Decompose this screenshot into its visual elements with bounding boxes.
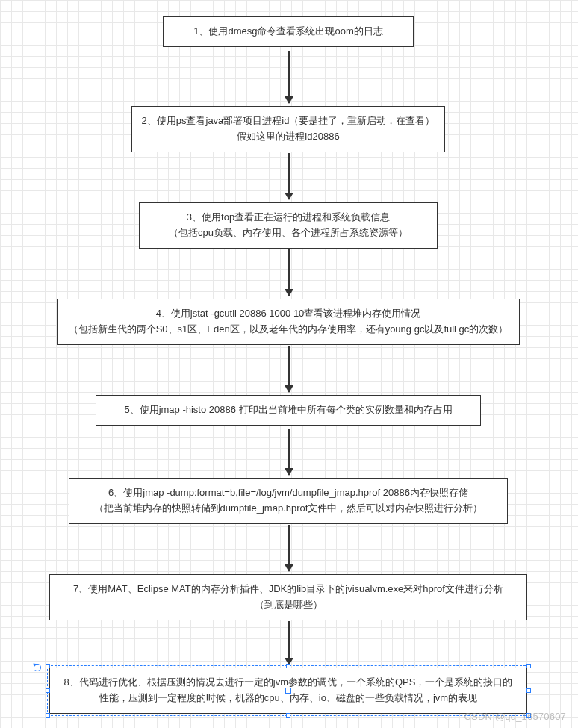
node-text: 假如这里的进程id20886 bbox=[237, 129, 339, 145]
resize-handle-icon[interactable] bbox=[46, 664, 50, 668]
resize-handle-icon[interactable] bbox=[526, 688, 531, 693]
flow-node-8[interactable]: 8、代码进行优化、根据压测的情况去进行一定的jvm参数的调优，一个系统的QPS，… bbox=[49, 668, 527, 714]
flow-arrow bbox=[288, 346, 290, 392]
node-text: 6、使用jmap -dump:format=b,file=/log/jvm/du… bbox=[108, 485, 468, 501]
flow-node-1[interactable]: 1、使用dmesg命令查看系统出现oom的日志 bbox=[163, 16, 414, 47]
resize-handle-icon[interactable] bbox=[46, 688, 50, 693]
flow-node-2[interactable]: 2、使用ps查看java部署项目进程id（要是挂了，重新启动，在查看） 假如这里… bbox=[131, 106, 445, 152]
flow-node-7[interactable]: 7、使用MAT、Eclipse MAT的内存分析插件、JDK的lib目录下的jv… bbox=[49, 574, 527, 620]
rotate-handle-icon[interactable] bbox=[34, 664, 41, 671]
node-text: 7、使用MAT、Eclipse MAT的内存分析插件、JDK的lib目录下的jv… bbox=[73, 582, 503, 597]
node-text: 1、使用dmesg命令查看系统出现oom的日志 bbox=[193, 24, 383, 40]
node-text: 2、使用ps查看java部署项目进程id（要是挂了，重新启动，在查看） bbox=[142, 113, 435, 129]
resize-handle-icon[interactable] bbox=[286, 713, 290, 718]
flow-arrow bbox=[288, 525, 290, 571]
node-text: 4、使用jstat -gcutil 20886 1000 10查看该进程堆内存使… bbox=[156, 306, 421, 322]
node-text: 3、使用top查看正在运行的进程和系统负载信息 bbox=[187, 210, 390, 225]
watermark-text: CSDN @qq_16570607 bbox=[464, 711, 566, 722]
node-text: （包括cpu负载、内存使用、各个进程所占系统资源等） bbox=[169, 225, 408, 241]
node-text: （到底是哪些） bbox=[255, 597, 323, 613]
node-text: 5、使用jmap -histo 20886 打印出当前堆中所有每个类的实例数量和… bbox=[124, 402, 452, 418]
flow-node-6[interactable]: 6、使用jmap -dump:format=b,file=/log/jvm/du… bbox=[69, 478, 508, 524]
flow-node-4[interactable]: 4、使用jstat -gcutil 20886 1000 10查看该进程堆内存使… bbox=[57, 299, 520, 345]
resize-handle-icon[interactable] bbox=[286, 664, 290, 668]
flowchart-container: 1、使用dmesg命令查看系统出现oom的日志 2、使用ps查看java部署项目… bbox=[0, 0, 578, 728]
flow-node-5[interactable]: 5、使用jmap -histo 20886 打印出当前堆中所有每个类的实例数量和… bbox=[96, 395, 481, 426]
node-text: 8、代码进行优化、根据压测的情况去进行一定的jvm参数的调优，一个系统的QPS，… bbox=[64, 675, 513, 691]
flow-arrow bbox=[288, 249, 290, 296]
node-text: （包括新生代的两个S0、s1区、Eden区，以及老年代的内存使用率，还有youn… bbox=[69, 322, 509, 337]
flow-arrow bbox=[288, 153, 290, 199]
resize-handle-icon[interactable] bbox=[526, 664, 531, 668]
node-text: （把当前堆内存的快照转储到dumpfile_jmap.hprof文件中，然后可以… bbox=[94, 501, 483, 517]
flow-node-3[interactable]: 3、使用top查看正在运行的进程和系统负载信息 （包括cpu负载、内存使用、各个… bbox=[139, 202, 438, 249]
flow-arrow bbox=[288, 51, 290, 103]
flow-arrow bbox=[288, 621, 290, 665]
node-text: 性能，压测到一定程度的时候，机器的cpu、内存、io、磁盘的一些负载情况，jvm… bbox=[99, 691, 477, 706]
flow-node-8-selection[interactable]: 8、代码进行优化、根据压测的情况去进行一定的jvm参数的调优，一个系统的QPS，… bbox=[49, 668, 527, 714]
resize-handle-icon[interactable] bbox=[46, 713, 50, 718]
flow-arrow bbox=[288, 429, 290, 475]
